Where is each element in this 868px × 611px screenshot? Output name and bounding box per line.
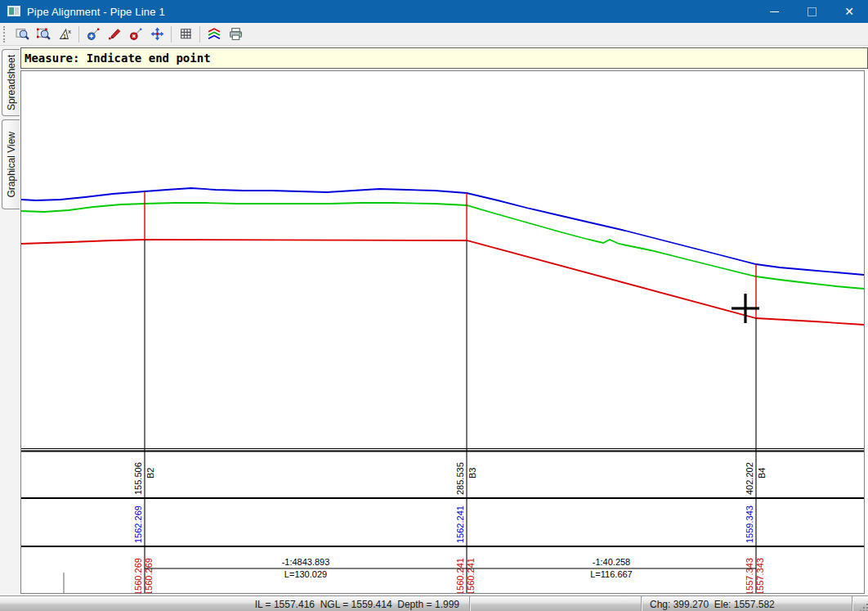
profile-line-invert-level: [21, 240, 864, 325]
vertical-exaggeration-icon: 1 x: [58, 27, 72, 41]
command-prompt-bar[interactable]: Measure: Indicate end point: [20, 47, 868, 69]
profile-line-design-surface: [21, 203, 864, 289]
edit-point-icon: [108, 27, 122, 41]
grid-icon: [179, 27, 193, 41]
print-icon: [229, 27, 243, 41]
add-point-icon: [87, 27, 101, 41]
minimize-button[interactable]: [755, 0, 793, 23]
toolbar: 1 x: [0, 23, 868, 46]
band-chainage-B4: 402.202: [745, 462, 754, 495]
profile-line-ngl: [21, 188, 864, 275]
span-length-0: L=130.029: [284, 569, 327, 579]
band-station-label-B3: B3: [468, 468, 477, 478]
span-gradient-1: -1:40.258: [593, 557, 630, 567]
profiles-button[interactable]: [204, 25, 225, 44]
add-point-button[interactable]: [83, 25, 104, 44]
tab-spreadsheet[interactable]: Spreadsheet: [2, 49, 20, 116]
vertical-exaggeration-button[interactable]: 1 x: [54, 25, 75, 44]
move-point-button[interactable]: [146, 25, 168, 44]
crosshair-cursor: [744, 294, 746, 323]
profile-plot-box: 155.506B21562.2691560.2691560.269285.535…: [20, 70, 865, 594]
profile-plot-canvas[interactable]: [21, 71, 864, 448]
tab-spreadsheet-label: Spreadsheet: [6, 48, 17, 117]
graphical-view-panel: Measure: Indicate end point 155.506B2156…: [20, 46, 868, 594]
app-icon: [7, 5, 20, 18]
zoom-window-button[interactable]: [11, 25, 33, 44]
band-il-right-B2: 1560.269: [144, 558, 154, 593]
toolbar-separator: [78, 26, 79, 43]
title-bar: Pipe Alignment - Pipe Line 1 ✕: [0, 0, 868, 23]
zoom-extents-icon: [37, 27, 51, 41]
edit-point-button[interactable]: [104, 25, 125, 44]
band-ngl-B4: 1559.343: [745, 505, 754, 543]
band-station-label-B4: B4: [757, 468, 767, 478]
svg-text:1: 1: [62, 33, 65, 40]
resize-grip[interactable]: [857, 601, 868, 611]
content-area: Spreadsheet Graphical View Measure: Indi…: [0, 46, 868, 594]
zoom-window-icon: [16, 27, 29, 41]
maximize-button[interactable]: [793, 0, 830, 23]
status-bar: IL = 1557.416 NGL = 1559.414 Depth = 1.9…: [0, 595, 868, 611]
band-ngl-B3: 1562.241: [455, 505, 465, 543]
band-il-left-B3: 1560.241: [455, 558, 465, 593]
view-tab-strip: Spreadsheet Graphical View: [0, 46, 20, 594]
zoom-extents-button[interactable]: [33, 25, 54, 44]
delete-point-button[interactable]: [125, 25, 146, 44]
toolbar-grip[interactable]: [3, 26, 7, 43]
window-title: Pipe Alignment - Pipe Line 1: [27, 6, 165, 18]
maximize-icon: [808, 7, 817, 16]
close-button[interactable]: ✕: [830, 0, 868, 23]
band-il-right-B3: 1560.241: [466, 558, 476, 593]
band-il-left-B4: 1557.343: [745, 558, 754, 593]
band-station-label-B2: B2: [145, 468, 155, 478]
tab-graphical-view-label: Graphical View: [6, 125, 17, 204]
profiles-icon: [207, 27, 221, 41]
band-chainage-B3: 285.535: [455, 462, 465, 495]
delete-point-icon: [129, 27, 143, 41]
grid-button[interactable]: [175, 25, 196, 44]
band-ngl-B2: 1562.269: [133, 505, 143, 543]
svg-text:x: x: [68, 28, 71, 35]
move-point-icon: [150, 27, 164, 41]
minimize-icon: [770, 11, 779, 12]
band-il-right-B4: 1557.343: [755, 558, 765, 593]
span-length-1: L=116.667: [590, 569, 633, 579]
toolbar-separator: [171, 26, 172, 43]
toolbar-separator: [199, 26, 200, 43]
profile-data-band: 155.506B21562.2691560.2691560.269285.535…: [21, 448, 864, 593]
tab-graphical-view[interactable]: Graphical View: [2, 119, 20, 209]
status-empty-panel: [470, 596, 642, 611]
close-icon: ✕: [844, 5, 854, 18]
band-il-left-B2: 1560.269: [133, 558, 143, 593]
print-button[interactable]: [225, 25, 246, 44]
status-levels-readout: IL = 1557.416 NGL = 1559.414 Depth = 1.9…: [0, 596, 470, 611]
band-chainage-B2: 155.506: [133, 462, 143, 495]
status-cursor-readout: Chg: 399.270 Ele: 1557.582: [642, 596, 852, 611]
span-gradient-0: -1:4843.893: [282, 557, 330, 567]
